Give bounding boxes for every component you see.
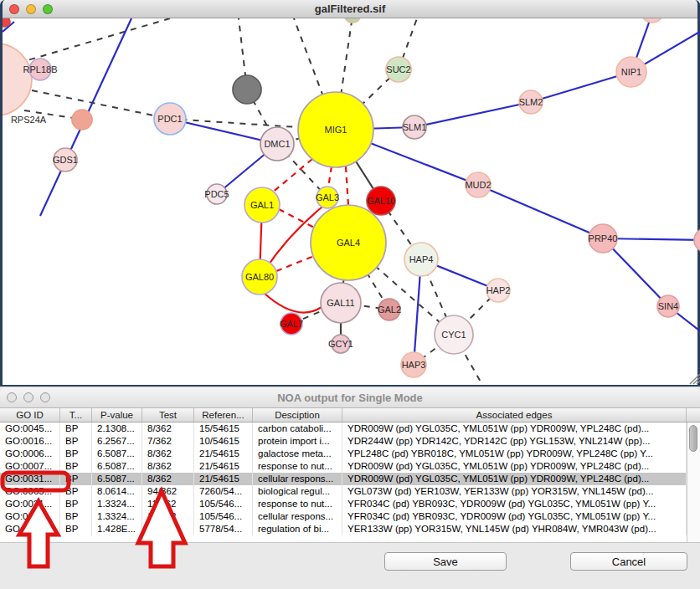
table-row[interactable]: GO:0031...BP6.5087...8/36221/54615cellul…: [0, 473, 700, 485]
table-cell: 80/362: [142, 523, 194, 535]
network-window: RPL18BRPS24AGDS1PDC1DMC1MIG1SUC2SLM1NIP1…: [0, 0, 700, 387]
table-cell: YDR009W (pd) YGL035C, YML051W (pp) YDR00…: [342, 460, 687, 473]
table-cell: BP: [60, 423, 92, 435]
table-cell: 6.2567...: [92, 435, 142, 448]
table-cell: 1.428E...: [92, 523, 142, 535]
node-label-GAL2: GAL2: [378, 305, 401, 315]
table-cell: 5778/54...: [194, 523, 253, 535]
table-cell: carbon cataboli...: [253, 423, 342, 435]
table-cell: YPL248C (pd) YBR018C, YML051W (pp) YDR00…: [342, 448, 687, 460]
table-cell: BP: [60, 523, 92, 535]
table-cell: BP: [60, 498, 92, 510]
table-cell: BP: [60, 460, 92, 473]
table-cell: GO:0031...: [0, 510, 60, 523]
table-cell: GO:0006...: [0, 448, 60, 460]
table-cell: GO:0007...: [0, 460, 60, 473]
scrollbar-thumb[interactable]: [689, 425, 697, 452]
table-row[interactable]: GO:0031...BP1.3324...11/362105/546...cel…: [0, 510, 700, 523]
node-label-HAP2: HAP2: [486, 285, 511, 295]
table-cell: YGL073W (pd) YER103W, YER133W (pp) YOR31…: [342, 485, 687, 498]
network-edge-red-dash[interactable]: [276, 256, 314, 271]
column-header-5[interactable]: Desciption: [253, 408, 342, 422]
node-label-SLM2: SLM2: [519, 97, 543, 107]
table-row[interactable]: GO:0050...BP1.428E...80/3625778/54...reg…: [0, 523, 700, 535]
table-cell: BP: [60, 435, 92, 448]
table-cell: 105/546...: [194, 498, 253, 510]
node-label-NIP1: NIP1: [621, 67, 641, 77]
table-cell: GO:0045...: [0, 423, 60, 435]
table-row[interactable]: GO:0065...BP8.0614...94/3627260/54...bio…: [0, 485, 700, 498]
network-node-big-left[interactable]: [3, 44, 32, 115]
node-label-GAL7: GAL7: [280, 319, 303, 329]
table-cell: 7260/54...: [194, 485, 253, 498]
network-edge-red[interactable]: [264, 293, 322, 313]
table-cell: 11/362: [142, 498, 194, 510]
save-button[interactable]: Save: [384, 552, 507, 571]
network-node-gray[interactable]: [233, 75, 261, 104]
table-cell: GO:0016...: [0, 435, 60, 448]
results-table: GO IDT...P-valueTestReferen...Desciption…: [0, 408, 700, 543]
table-cell: 1.3324...: [92, 498, 142, 510]
table-cell: 10/54615: [194, 435, 253, 448]
noa-titlebar[interactable]: NOA output for Single Mode: [0, 388, 700, 408]
table-cell: GO:0065...: [0, 485, 60, 498]
table-cell: BP: [60, 510, 92, 523]
node-label-DMC1: DMC1: [264, 139, 290, 149]
node-label-GAL11: GAL11: [327, 298, 354, 308]
table-row[interactable]: GO:0016...BP6.2567...7/36210/54615protei…: [0, 435, 700, 448]
table-header: GO IDT...P-valueTestReferen...Desciption…: [0, 408, 700, 423]
node-label-RPS24A: RPS24A: [11, 115, 47, 125]
table-cell: 94/362: [142, 485, 194, 498]
column-header-2[interactable]: P-value: [92, 408, 142, 422]
table-cell: YER133W (pp) YOR315W, YNL145W (pd) YHR08…: [342, 523, 687, 535]
table-cell: cellular respons...: [253, 510, 342, 523]
network-edge-pd[interactable]: [28, 18, 170, 60]
node-label-MUD2: MUD2: [465, 180, 491, 190]
table-cell: galactose meta...: [253, 448, 342, 460]
network-edge-pp[interactable]: [603, 238, 700, 333]
network-titlebar[interactable]: galFiltered.sif: [3, 0, 697, 18]
network-edge-red-dash[interactable]: [346, 166, 348, 206]
table-cell: BP: [60, 473, 92, 485]
table-cell: response to nut...: [253, 460, 342, 473]
cancel-button[interactable]: Cancel: [570, 552, 687, 571]
network-window-title: galFiltered.sif: [3, 3, 697, 15]
network-edge-red-dash[interactable]: [328, 166, 332, 187]
node-label-GAL80: GAL80: [245, 272, 274, 282]
table-row[interactable]: GO:0045...BP2.1308...8/36215/54615carbon…: [0, 423, 700, 435]
network-canvas[interactable]: RPL18BRPS24AGDS1PDC1DMC1MIG1SUC2SLM1NIP1…: [3, 0, 700, 387]
node-label-RPL18B: RPL18B: [23, 64, 58, 74]
table-cell: 2.1308...: [92, 423, 142, 435]
column-header-1[interactable]: T...: [60, 408, 92, 422]
table-cell: BP: [60, 485, 92, 498]
column-header-0[interactable]: GO ID: [0, 408, 60, 422]
table-cell: YDR009W (pd) YGL035C, YML051W (pp) YDR00…: [342, 473, 687, 485]
network-node-RPS24A[interactable]: [72, 110, 92, 130]
table-cell: 11/362: [142, 510, 194, 523]
table-cell: regulation of bi...: [253, 523, 342, 535]
node-label-SUC2: SUC2: [386, 64, 410, 74]
node-label-SIN4: SIN4: [658, 301, 678, 311]
table-cell: 8/362: [142, 473, 194, 485]
node-label-PDC1: PDC1: [157, 114, 182, 124]
node-label-GAL1: GAL1: [250, 200, 274, 210]
table-row[interactable]: GO:0031...BP1.3324...11/362105/546...res…: [0, 498, 700, 510]
network-node-MSL1[interactable]: [694, 228, 700, 252]
table-row[interactable]: GO:0006...BP6.5087...8/36221/54615galact…: [0, 448, 700, 460]
node-label-GCY1: GCY1: [328, 339, 353, 349]
table-cell: 105/546...: [194, 510, 253, 523]
table-cell: YDR009W (pd) YGL035C, YML051W (pp) YDR00…: [342, 423, 687, 435]
network-edge-red-dash[interactable]: [270, 159, 312, 194]
column-header-6[interactable]: Associated edges: [342, 408, 687, 422]
column-header-4[interactable]: Referen...: [194, 408, 253, 422]
table-cell: YFR034C (pd) YBR093C, YDR009W (pd) YGL03…: [342, 510, 687, 523]
column-header-3[interactable]: Test: [142, 408, 194, 422]
table-cell: 1.3324...: [92, 510, 142, 523]
table-cell: 8/362: [142, 460, 194, 473]
vertical-scrollbar[interactable]: [687, 423, 700, 542]
node-label-GAL3: GAL3: [316, 192, 339, 202]
table-cell: response to nut...: [253, 498, 342, 510]
table-row[interactable]: GO:0007...BP6.5087...8/36221/54615respon…: [0, 460, 700, 473]
node-label-GAL10: GAL10: [367, 196, 395, 206]
table-cell: GO:0031...: [0, 498, 60, 510]
